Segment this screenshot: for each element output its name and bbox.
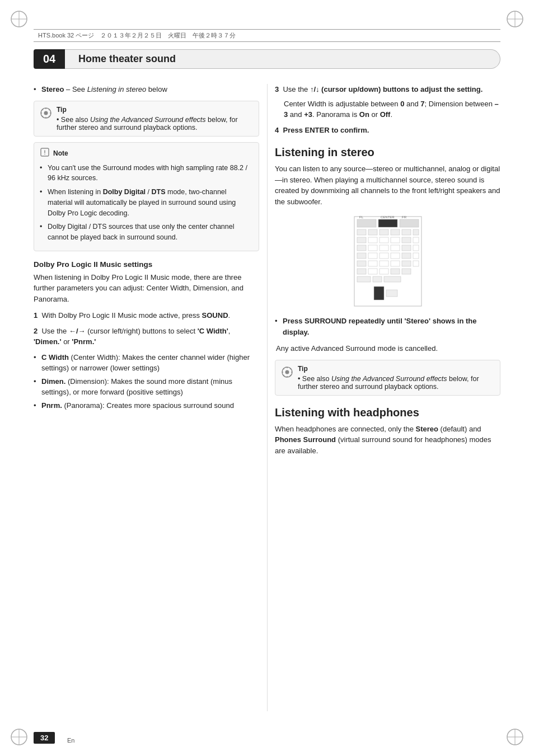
svg-text:CENTER: CENTER xyxy=(381,215,395,219)
svg-rect-51 xyxy=(357,269,366,274)
right-column: 3 Use the ↑/↓ (cursor up/down) buttons t… xyxy=(275,84,500,711)
tip-icon-right xyxy=(281,366,293,380)
step-3-desc: Center Width is adjustable between 0 and… xyxy=(275,98,500,120)
chapter-header: 04 Home theater sound xyxy=(34,49,500,69)
svg-rect-46 xyxy=(368,261,377,266)
dolby-section-heading: Dolby Pro Logic II Music settings xyxy=(34,260,259,269)
main-content: Stereo – See Listening in stereo below T… xyxy=(34,84,500,711)
step-2-cwidth: C Width (Center Width): Makes the center… xyxy=(34,352,259,374)
tip-title-right: Tip xyxy=(298,365,494,373)
svg-rect-47 xyxy=(380,261,388,266)
tip-content-left: Tip • See also Using the Advanced Surrou… xyxy=(57,106,253,132)
svg-rect-31 xyxy=(402,237,411,243)
reg-mark-tr xyxy=(504,8,526,30)
step-3: 3 Use the ↑/↓ (cursor up/down) buttons t… xyxy=(275,84,500,95)
headphones-title: Listening with headphones xyxy=(275,406,500,419)
svg-rect-29 xyxy=(380,237,388,243)
left-column: Stereo – See Listening in stereo below T… xyxy=(34,84,259,711)
stereo-text: Stereo – See Listening in stereo below xyxy=(41,85,167,93)
reg-mark-tl xyxy=(8,8,30,30)
svg-rect-35 xyxy=(380,245,388,251)
book-info: HTS.book 32 ページ ２０１３年２月２５日 火曜日 午後２時３７分 xyxy=(38,31,236,40)
page-number: 32 xyxy=(34,732,55,744)
step-2-text: Use the ←/→ (cursor left/right) buttons … xyxy=(34,327,230,346)
tip-item-left: • See also Using the Advanced Surround e… xyxy=(57,116,253,132)
svg-rect-33 xyxy=(357,245,366,251)
tip-icon-left xyxy=(40,107,52,121)
tip-item-right: • See also Using the Advanced Surround e… xyxy=(298,375,494,391)
svg-point-65 xyxy=(285,370,289,374)
step-3-text: Use the ↑/↓ (cursor up/down) buttons to … xyxy=(283,85,483,93)
svg-point-13 xyxy=(44,111,48,115)
svg-rect-19 xyxy=(378,219,397,227)
svg-rect-42 xyxy=(391,253,400,259)
svg-rect-49 xyxy=(402,261,411,266)
chapter-title: Home theater sound xyxy=(65,49,500,69)
note-item-1: You can't use the Surround modes with hi… xyxy=(40,163,253,184)
step-2-pnrm: Pnrm. (Panorama): Creates more spacious … xyxy=(34,400,259,411)
svg-rect-53 xyxy=(380,269,388,274)
note-icon xyxy=(40,147,50,159)
dolby-intro: When listening in Dolby Pro Logic II Mus… xyxy=(34,272,259,305)
svg-rect-27 xyxy=(357,237,366,243)
svg-point-16 xyxy=(44,153,45,154)
note-item-2: When listening in Dolby Digital / DTS mo… xyxy=(40,187,253,218)
step-1-text: With Dolby Pro Logic II Music mode activ… xyxy=(41,311,230,320)
svg-rect-22 xyxy=(368,229,377,235)
top-bar: HTS.book 32 ページ ２０１３年２月２５日 火曜日 午後２時３７分 xyxy=(34,29,500,42)
svg-rect-55 xyxy=(402,269,411,274)
svg-rect-38 xyxy=(413,245,419,251)
svg-rect-18 xyxy=(357,219,376,227)
note-item-3: Dolby Digital / DTS sources that use onl… xyxy=(40,222,253,243)
svg-rect-52 xyxy=(368,269,377,274)
svg-rect-39 xyxy=(357,253,366,259)
reg-mark-bl xyxy=(8,726,30,748)
svg-rect-54 xyxy=(391,269,400,274)
device-image: FL CENTER FR xyxy=(275,214,500,309)
svg-rect-30 xyxy=(391,237,400,243)
page-lang: En xyxy=(67,737,74,744)
tip-content-right: Tip • See also Using the Advanced Surrou… xyxy=(298,365,494,391)
tip-box-left: Tip • See also Using the Advanced Surrou… xyxy=(34,101,259,137)
surround-text: Press SURROUND repeatedly until 'Stereo'… xyxy=(283,317,476,336)
svg-rect-45 xyxy=(357,261,366,266)
headphones-body: When headphones are connected, only the … xyxy=(275,424,500,457)
step-2-dimen: Dimen. (Dimension): Makes the sound more… xyxy=(34,376,259,398)
svg-text:FL: FL xyxy=(359,215,364,219)
svg-rect-20 xyxy=(400,219,419,227)
note-title: Note xyxy=(53,149,68,157)
svg-rect-32 xyxy=(413,237,419,243)
svg-rect-48 xyxy=(391,261,400,266)
stereo-bullet: Stereo – See Listening in stereo below xyxy=(34,84,259,95)
surround-bullet: Press SURROUND repeatedly until 'Stereo'… xyxy=(275,316,500,337)
svg-rect-56 xyxy=(357,276,371,282)
svg-rect-26 xyxy=(413,229,419,235)
svg-rect-50 xyxy=(413,261,419,266)
svg-rect-24 xyxy=(391,229,400,235)
svg-rect-44 xyxy=(413,253,419,259)
step-1: 1 With Dolby Pro Logic II Music mode act… xyxy=(34,310,259,321)
note-header: Note xyxy=(40,147,253,159)
listening-stereo-body: You can listen to any source—stereo or m… xyxy=(275,163,500,207)
svg-rect-23 xyxy=(380,229,388,235)
svg-rect-43 xyxy=(402,253,411,259)
chapter-number: 04 xyxy=(34,49,65,69)
svg-rect-57 xyxy=(373,276,382,282)
svg-rect-36 xyxy=(391,245,400,251)
svg-rect-59 xyxy=(374,287,384,300)
tip-title-left: Tip xyxy=(57,106,253,114)
svg-rect-60 xyxy=(386,290,397,297)
step-4: 4 Press ENTER to confirm. xyxy=(275,125,500,136)
reg-mark-br xyxy=(504,726,526,748)
svg-rect-25 xyxy=(402,229,411,235)
listening-stereo-title: Listening in stereo xyxy=(275,145,500,159)
svg-text:FR: FR xyxy=(402,215,407,219)
svg-rect-34 xyxy=(368,245,377,251)
svg-rect-28 xyxy=(368,237,377,243)
surround-desc: Any active Advanced Surround mode is can… xyxy=(275,343,500,354)
tip-box-right: Tip • See also Using the Advanced Surrou… xyxy=(275,360,500,396)
svg-rect-21 xyxy=(357,229,366,235)
step-2: 2 Use the ←/→ (cursor left/right) button… xyxy=(34,326,259,348)
svg-rect-58 xyxy=(384,276,401,282)
svg-rect-41 xyxy=(380,253,388,259)
